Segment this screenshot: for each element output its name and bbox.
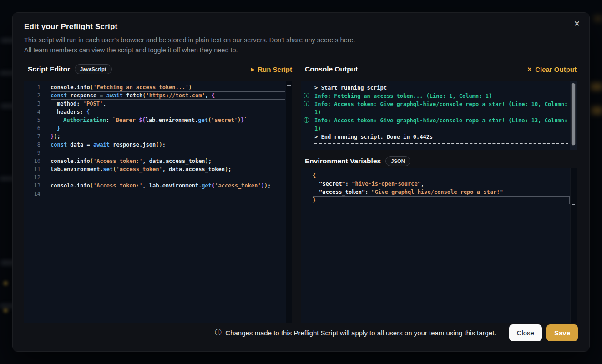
line-number: 2: [24, 91, 40, 100]
code-token: "hive-is-open-source": [352, 181, 421, 187]
environment-editor[interactable]: { "secret": "hive-is-open-source", "acce…: [301, 168, 577, 323]
modal-description-line2: All team members can view the script and…: [24, 45, 355, 55]
code-token: 'access_token': [215, 182, 261, 189]
code-line: 10console.info('Access token:', data.acc…: [24, 157, 292, 165]
console-text: Info: Fetching an access token... (Line:…: [314, 93, 492, 99]
code-content: }: [51, 124, 285, 132]
json-badge: JSON: [385, 156, 410, 166]
code-token: ': [202, 92, 205, 99]
console-log: > Start running scriptⓘInfo: Fetching an…: [301, 81, 577, 144]
close-icon[interactable]: ✕: [574, 20, 580, 28]
code-token: response =: [67, 92, 106, 99]
code-token: 'Access token:': [93, 182, 142, 189]
code-content: });: [51, 132, 285, 141]
run-script-button[interactable]: ▶ Run Script: [251, 66, 292, 73]
console-scrollbar-thumb[interactable]: [571, 83, 576, 146]
code-token: ;: [208, 158, 212, 164]
play-icon: ▶: [251, 67, 254, 72]
code-token: https://test.com: [149, 92, 202, 99]
footer-note-text: Changes made to this Preflight Script wi…: [225, 329, 496, 337]
code-token: (: [90, 182, 93, 189]
code-token: await: [106, 92, 123, 99]
code-content: "secret": "hive-is-open-source",: [313, 180, 570, 188]
console-separator: [314, 143, 568, 144]
code-token: (: [90, 84, 93, 91]
code-line: 11lab.environment.set('access_token', da…: [24, 165, 292, 173]
code-token: (: [90, 158, 93, 164]
info-icon: ⓘ: [304, 100, 309, 108]
line-number: 14: [24, 190, 40, 198]
code-token: 'POST': [83, 101, 103, 107]
code-token: ;: [162, 142, 166, 148]
code-token: get: [198, 117, 208, 123]
code-token: 'secret': [211, 117, 238, 123]
console-output[interactable]: > Start running scriptⓘInfo: Fetching an…: [301, 81, 577, 150]
console-line: ⓘInfo: Fetching an access token... (Line…: [301, 92, 577, 100]
console-heading: Console Output: [305, 65, 358, 73]
modal-description: This script will run in each user's brow…: [24, 35, 355, 55]
console-text: > Start running script: [314, 85, 387, 91]
line-number: 7: [24, 132, 40, 141]
code-token: Authorization: [63, 117, 106, 123]
line-number: 1: [24, 83, 40, 91]
code-token: ,: [421, 181, 424, 187]
code-token: 'access_token': [116, 166, 162, 172]
code-content: console.info('Access token:', data.acces…: [51, 157, 285, 165]
background-artifact: [594, 16, 602, 21]
console-scrollbar[interactable]: [570, 81, 577, 150]
console-text: Info: Access token: Give graphql-hive/co…: [314, 117, 571, 132]
language-badge: JavaScript: [75, 64, 112, 74]
line-number: 5: [24, 116, 40, 124]
code-token: 'Fetching an access token...': [93, 84, 189, 91]
background-artifact: [4, 281, 8, 285]
indent-guide: [51, 100, 57, 108]
code-token: "Give graphql-hive/console repo a star!": [372, 189, 503, 195]
code-line: {: [301, 172, 577, 180]
code-content: lab.environment.set('access_token', data…: [51, 165, 285, 173]
console-line: > Start running script: [301, 84, 577, 92]
modal-footer: ⓘ Changes made to this Preflight Script …: [24, 324, 578, 341]
code-token: fetch: [123, 92, 142, 99]
code-token: lab.environment.: [146, 117, 198, 123]
save-button[interactable]: Save: [546, 324, 578, 341]
page-title: Edit your Preflight Script: [24, 22, 117, 31]
code-token: }: [313, 197, 316, 203]
background-artifact: [591, 84, 602, 90]
code-token: get: [202, 182, 212, 189]
console-line: ⓘInfo: Access token: Give graphql-hive/c…: [301, 100, 577, 116]
script-editor[interactable]: 1console.info('Fetching an access token.…: [24, 81, 292, 323]
code-line: "access_token": "Give graphql-hive/conso…: [301, 188, 577, 196]
info-icon: ⓘ: [304, 92, 309, 100]
console-text: Info: Access token: Give graphql-hive/co…: [314, 101, 571, 116]
code-line: 13console.info('Access token:', lab.envi…: [24, 182, 292, 190]
code-content: "access_token": "Give graphql-hive/conso…: [313, 188, 570, 196]
code-token: ;: [268, 182, 271, 189]
clear-output-button[interactable]: ✕ Clear Output: [527, 66, 577, 73]
code-token: "secret": [319, 181, 345, 187]
code-content: method: 'POST',: [51, 100, 285, 108]
script-code: 1console.info('Fetching an access token.…: [24, 81, 292, 198]
clear-icon: ✕: [527, 66, 532, 73]
line-number: 11: [24, 165, 40, 173]
line-number: 8: [24, 141, 40, 149]
close-button[interactable]: Close: [509, 324, 542, 341]
code-token: console.info: [51, 158, 90, 164]
code-token: ;: [57, 133, 60, 140]
code-content: headers: {: [51, 108, 285, 116]
code-token: ): [159, 142, 162, 148]
code-token: ': [146, 92, 149, 99]
indent-guide: [51, 116, 57, 124]
footer-note: ⓘ Changes made to this Preflight Script …: [215, 329, 496, 337]
code-token: :: [345, 181, 352, 187]
code-line: 2const response = await fetch('https://t…: [24, 91, 292, 100]
code-line: 7});: [24, 132, 292, 141]
indent-guide: [51, 124, 57, 132]
info-icon: ⓘ: [304, 116, 309, 125]
code-token: response.json: [110, 142, 156, 148]
code-token: "access_token": [319, 189, 365, 195]
code-token: , data.access_token: [142, 158, 205, 164]
info-icon: ⓘ: [215, 329, 221, 337]
code-token: :: [365, 189, 371, 195]
code-content: console.info('Access token:', lab.enviro…: [51, 182, 285, 190]
run-script-label: Run Script: [258, 66, 292, 73]
